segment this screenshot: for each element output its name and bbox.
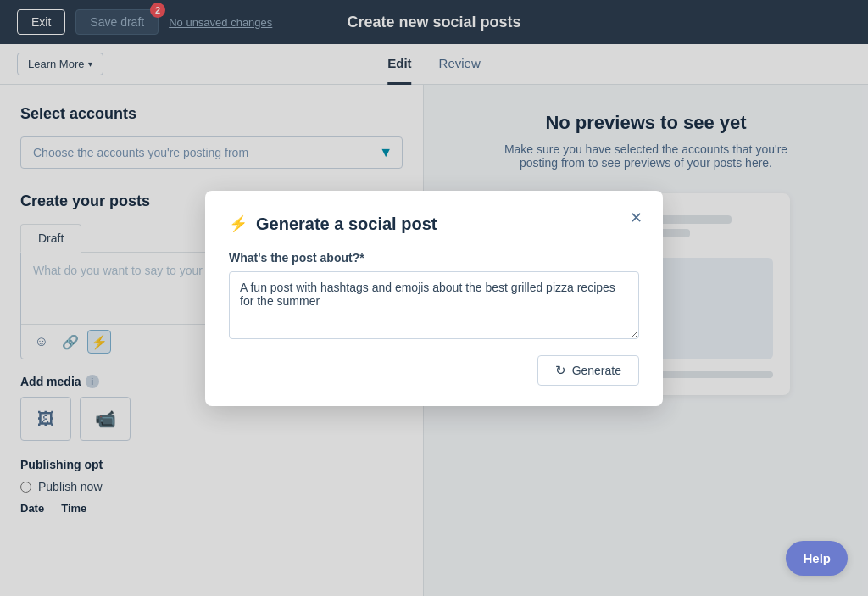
modal-header: ⚡ Generate a social post	[229, 214, 639, 234]
modal-lightning-icon: ⚡	[229, 214, 248, 233]
generate-social-post-modal: ⚡ Generate a social post ✕ What's the po…	[205, 191, 663, 406]
modal-close-button[interactable]: ✕	[624, 206, 648, 230]
modal-title: Generate a social post	[256, 214, 437, 234]
refresh-icon: ↻	[555, 363, 566, 378]
modal-footer: ↻ Generate	[229, 355, 639, 386]
generate-button-label: Generate	[572, 364, 621, 377]
close-icon: ✕	[630, 209, 643, 227]
modal-post-about-textarea[interactable]: A fun post with hashtags and emojis abou…	[229, 271, 639, 339]
generate-button[interactable]: ↻ Generate	[537, 355, 639, 386]
help-button[interactable]: Help	[786, 541, 848, 576]
modal-overlay[interactable]: ⚡ Generate a social post ✕ What's the po…	[0, 0, 868, 596]
modal-what-about-label: What's the post about?*	[229, 251, 639, 265]
